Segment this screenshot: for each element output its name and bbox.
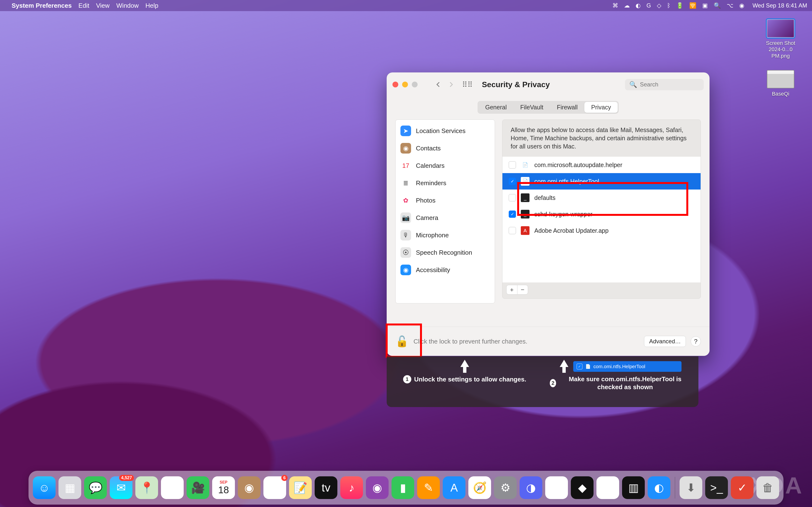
window-title: Security & Privacy [482, 80, 620, 89]
spotlight-icon[interactable]: 🔍 [714, 2, 721, 9]
dock-tile-sysprefs[interactable]: ⚙ [494, 476, 517, 499]
tab-firewall[interactable]: Firewall [550, 102, 585, 113]
desktop-icon-baseqi[interactable]: BaseQi [761, 70, 800, 97]
dock-glyph: ◉ [603, 481, 613, 494]
permission-checkbox[interactable]: ✓ [509, 178, 516, 185]
permission-checkbox[interactable] [509, 194, 516, 201]
dock-tile-downloads[interactable]: ⬇ [679, 476, 702, 499]
dock-tile-terminal[interactable]: >_ [705, 476, 728, 499]
box-icon[interactable]: ◇ [657, 2, 661, 9]
lock-hint-text: Click the lock to prevent further change… [413, 338, 527, 345]
dock-tile-mail[interactable]: ✉4,527 [110, 476, 133, 499]
battery-icon[interactable]: 🔋 [676, 2, 683, 9]
dock-tile-discord[interactable]: ◑ [520, 476, 542, 499]
app-row[interactable]: AAdobe Acrobat Updater.app [502, 222, 701, 239]
app-row[interactable]: 📄com.microsoft.autoupdate.helper [502, 157, 701, 173]
privacy-category-list[interactable]: ➤Location Services◉Contacts17Calendars≣R… [395, 119, 495, 303]
dock-glyph: 📝 [294, 481, 307, 494]
tab-privacy[interactable]: Privacy [585, 102, 618, 113]
app-permission-list[interactable]: 📄com.microsoft.autoupdate.helper✓📄com.om… [502, 157, 701, 282]
help-button[interactable]: ? [691, 336, 701, 346]
minimize-button[interactable] [402, 81, 408, 88]
dock-tile-istat[interactable]: ▥ [622, 476, 645, 499]
add-button[interactable]: + [507, 285, 517, 294]
grammarly-icon[interactable]: G [647, 2, 651, 9]
permission-checkbox[interactable] [509, 227, 516, 234]
instruction-overlay: 1Unlock the settings to allow changes. ✓… [387, 356, 698, 407]
wifi-icon[interactable]: 🛜 [689, 2, 697, 9]
category-label: Speech Recognition [416, 249, 472, 257]
dock-tile-todoist[interactable]: ✓ [731, 476, 754, 499]
close-button[interactable] [393, 81, 398, 88]
bluetooth-icon[interactable]: ᛒ [667, 2, 670, 9]
category-item[interactable]: ◉Contacts [396, 139, 495, 157]
dock-tile-trash[interactable]: 🗑 [756, 476, 779, 499]
category-item[interactable]: ≣Reminders [396, 174, 495, 192]
menu-help[interactable]: Help [146, 2, 158, 9]
dock-tile-tv[interactable]: tv [315, 476, 337, 499]
dock-glyph: ◐ [654, 481, 664, 494]
tab-general[interactable]: General [478, 102, 514, 113]
search-input[interactable] [640, 81, 699, 88]
back-button[interactable] [435, 80, 442, 89]
dock-tile-slack[interactable]: ✳ [545, 476, 568, 499]
app-row[interactable]: _defaults [502, 189, 701, 206]
screen-mirror-icon[interactable]: ▣ [702, 2, 708, 9]
show-all-icon[interactable]: ⠿⠿ [462, 80, 473, 89]
category-item[interactable]: 17Calendars [396, 157, 495, 174]
desktop-icon-screenshot[interactable]: Screen Shot 2024-0...0 PM.png [761, 19, 800, 59]
permission-checkbox[interactable] [509, 161, 516, 169]
permission-checkbox[interactable]: ✓ [509, 211, 516, 218]
search-field[interactable]: 🔍 [625, 79, 704, 90]
category-item[interactable]: 🎙Microphone [396, 226, 495, 244]
dock-tile-notes[interactable]: 📝 [289, 476, 312, 499]
dock-glyph: ☺ [39, 481, 50, 494]
category-item[interactable]: 📷Camera [396, 209, 495, 226]
dock-tile-numbers[interactable]: ▮ [392, 476, 414, 499]
dock-tile-messages[interactable]: 💬 [84, 476, 107, 499]
cloud-icon[interactable]: ☁ [624, 2, 630, 9]
dock: ☺▦💬✉4,527📍✿🎥SEP18◉≣6📝tv♪◉▮✎A🧭⚙◑✳◆◉▥◐⬇>_✓… [29, 471, 783, 505]
menu-view[interactable]: View [96, 2, 109, 9]
dock-tile-cleanmymac[interactable]: ◐ [648, 476, 670, 499]
dock-tile-contacts[interactable]: ◉ [238, 476, 260, 499]
menu-edit[interactable]: Edit [79, 2, 89, 9]
app-row[interactable]: ✓📄com.omi.ntfs.HelperTool [502, 173, 701, 189]
circle-status-icon[interactable]: ◐ [636, 2, 641, 9]
siri-icon[interactable]: ◉ [739, 2, 744, 9]
lock-icon[interactable]: 🔓 [395, 335, 409, 348]
dock-tile-facetime[interactable]: 🎥 [187, 476, 209, 499]
add-remove-segment: + − [506, 285, 528, 294]
dock-tile-finder[interactable]: ☺ [33, 476, 56, 499]
control-center-icon[interactable]: ⌥ [727, 2, 733, 9]
category-item[interactable]: ✿Photos [396, 192, 495, 209]
app-name: sshd-keygen-wrapper [534, 211, 592, 218]
category-item[interactable]: ➤Location Services [396, 122, 495, 139]
dock-tile-podcasts[interactable]: ◉ [366, 476, 389, 499]
menu-window[interactable]: Window [116, 2, 139, 9]
system-preferences-window: ⠿⠿ Security & Privacy 🔍 General FileVaul… [387, 72, 710, 356]
dock-tile-obsidian[interactable]: ◆ [571, 476, 594, 499]
app-menu[interactable]: System Preferences [12, 2, 72, 9]
advanced-button[interactable]: Advanced… [644, 336, 686, 347]
dock-tile-safari[interactable]: 🧭 [468, 476, 491, 499]
dock-tile-photos[interactable]: ✿ [161, 476, 184, 499]
dock-tile-chrome[interactable]: ◉ [597, 476, 619, 499]
dock-tile-appstore[interactable]: A [443, 476, 465, 499]
tab-filevault[interactable]: FileVault [514, 102, 550, 113]
dock-tile-music[interactable]: ♪ [340, 476, 363, 499]
dock-tile-launchpad[interactable]: ▦ [58, 476, 81, 499]
zoom-button[interactable] [412, 81, 418, 88]
dock-tile-maps[interactable]: 📍 [135, 476, 158, 499]
app-row[interactable]: ✓_sshd-keygen-wrapper [502, 206, 701, 222]
forward-button[interactable] [447, 80, 455, 89]
dock-glyph: 📍 [140, 481, 154, 494]
category-item[interactable]: ⦿Speech Recognition [396, 244, 495, 261]
category-item[interactable]: ◉Accessibility [396, 261, 495, 279]
remove-button[interactable]: − [517, 285, 528, 294]
menubar-clock[interactable]: Wed Sep 18 6:41 AM [753, 2, 807, 9]
dock-tile-pages[interactable]: ✎ [417, 476, 440, 499]
dock-tile-calendar[interactable]: SEP18 [212, 476, 235, 499]
dropbox-icon[interactable]: ⌘ [612, 2, 618, 9]
dock-tile-reminders[interactable]: ≣6 [263, 476, 286, 499]
